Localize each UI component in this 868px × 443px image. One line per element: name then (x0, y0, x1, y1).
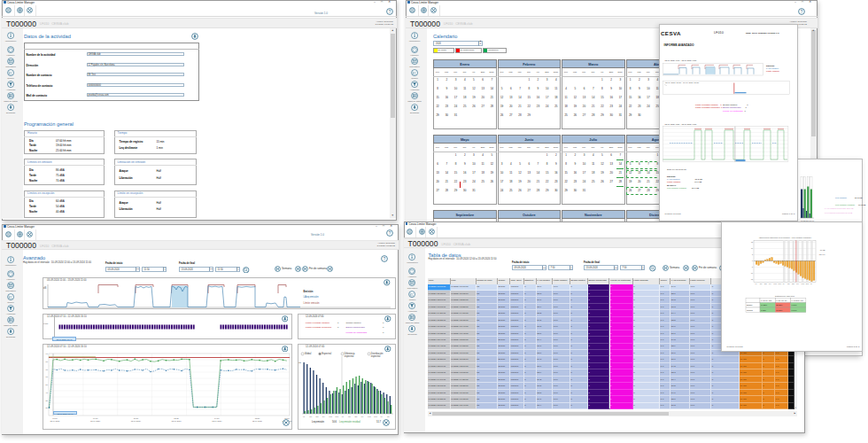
svg-text:2016: 2016 (806, 284, 810, 284)
svg-text:Leq emisión: Leq emisión (835, 197, 848, 199)
svg-text:0.00%: 0.00% (792, 309, 797, 311)
svg-text:30: 30 (45, 399, 48, 400)
svg-text:504: 504 (322, 415, 325, 416)
svg-text:126: 126 (387, 415, 390, 416)
svg-text:Espectral: Espectral (322, 352, 331, 355)
svg-text:0.05%: 0.05% (792, 304, 797, 306)
svg-text:Leq emisión residual: Leq emisión residual (835, 203, 855, 206)
svg-text:Leq residual ponderado 50.: Leq residual ponderado 50.3 dB (825, 211, 853, 213)
svg-text:(20 Hz): (20 Hz) (819, 253, 825, 255)
svg-text:5: 5 (752, 254, 753, 256)
svg-text:LAeq 63- 315: LAeq 63- 315 (761, 299, 772, 301)
svg-text:09:10: 09:10 (92, 417, 97, 419)
svg-text:63: 63 (303, 415, 305, 416)
svg-text:99.08%: 99.08% (776, 309, 782, 311)
svg-text:50: 50 (45, 384, 48, 385)
svg-text:07:10: 07:10 (52, 417, 58, 419)
svg-text:252: 252 (316, 415, 319, 416)
svg-text:504: 504 (796, 284, 799, 284)
svg-text:50.2 dB: 50.2 dB (855, 197, 863, 199)
svg-text:1008: 1008 (329, 415, 332, 416)
svg-text:Distribución espectral: Distribución espectral (775, 295, 794, 297)
svg-text:80: 80 (45, 360, 48, 361)
svg-text:dB: dB (298, 361, 301, 364)
svg-text:1008: 1008 (802, 284, 805, 284)
svg-text:126: 126 (348, 415, 351, 416)
svg-text:63 125 250 500 1K: 63 125 250 500 1K (801, 219, 815, 221)
svg-text:70.2 dB: 70.2 dB (858, 203, 866, 206)
svg-text:63: 63 (756, 284, 757, 284)
svg-text:25.38%: 25.38% (776, 304, 782, 306)
svg-text:70: 70 (45, 368, 48, 369)
svg-text:126: 126 (309, 415, 312, 416)
svg-text:252: 252 (354, 415, 357, 416)
svg-text:dB: dB (43, 286, 46, 290)
svg-text:63: 63 (342, 415, 344, 416)
svg-text:=10 dB: =10 dB (819, 249, 826, 251)
svg-text:10:50: 10:50 (133, 417, 138, 419)
svg-text:LAeq emisión: LAeq emisión (303, 295, 318, 299)
svg-text:Emisión: Emisión (303, 289, 313, 292)
svg-text:LAeq 400- 2K: LAeq 400- 2K (776, 299, 787, 301)
svg-text:504: 504 (769, 284, 771, 284)
svg-text:74.58%: 74.58% (761, 304, 767, 306)
svg-text:Página 3 de 3: Página 3 de 3 (847, 346, 860, 347)
svg-text:-10: -10 (750, 273, 753, 275)
svg-text:63: 63 (381, 415, 383, 416)
svg-text:60: 60 (45, 376, 48, 377)
svg-text:2016: 2016 (779, 284, 782, 284)
svg-text:2016: 2016 (336, 415, 339, 416)
svg-text:12-09-2024: 12-09-2024 (130, 420, 141, 422)
svg-text:126: 126 (787, 284, 790, 284)
svg-text:Emisión:: Emisión: (766, 65, 775, 66)
svg-text:Emisor: Emisor (747, 304, 753, 306)
svg-text:504: 504 (361, 415, 364, 416)
svg-text:12:30: 12:30 (174, 417, 179, 419)
svg-text:Música: Música (747, 309, 753, 311)
svg-text:40: 40 (45, 391, 48, 392)
svg-text:0: 0 (752, 260, 753, 262)
svg-text:90: 90 (45, 353, 48, 354)
svg-text:12-09-2024: 12-09-2024 (90, 420, 101, 422)
svg-text:espectral: espectral (345, 354, 354, 358)
svg-text:12-09-2024: 12-09-2024 (171, 420, 182, 422)
svg-text:63: 63 (810, 284, 812, 284)
svg-text:Leq emisión residual: Leq emisión residual (339, 420, 360, 424)
svg-text:1008: 1008 (368, 415, 371, 416)
svg-text:-15: -15 (750, 279, 753, 281)
svg-text:5/7/2024 11:15:31: 5/7/2024 11:15:31 (727, 346, 744, 347)
svg-text:126: 126 (760, 284, 763, 284)
svg-text:1008: 1008 (773, 284, 777, 284)
svg-text:15: 15 (751, 242, 753, 244)
svg-text:14:10: 14:10 (214, 417, 220, 419)
svg-text:252: 252 (764, 284, 767, 284)
svg-text:LAeq emisión: LAeq emisión (766, 67, 779, 69)
svg-text:50.6: 50.6 (332, 420, 337, 424)
svg-text:10: 10 (751, 248, 753, 250)
svg-text:espectral: espectral (371, 354, 381, 358)
svg-text:51.7: 51.7 (376, 420, 382, 424)
svg-text:20: 20 (45, 407, 48, 408)
svg-text:63: 63 (783, 284, 785, 284)
svg-text:15:50: 15:50 (254, 417, 260, 419)
svg-text:05-09-2024 11:50 - 10-09-202: 05-09-2024 11:50 - 10-09-2024 11:50 (665, 82, 700, 83)
svg-text:Leq emisión: Leq emisión (312, 420, 325, 424)
svg-text:2016: 2016 (374, 415, 377, 416)
svg-text:-5: -5 (751, 267, 753, 268)
svg-text:252: 252 (792, 284, 794, 284)
svg-text:Global: Global (305, 352, 312, 355)
svg-text:Límite emisión: Límite emisión (766, 70, 780, 72)
svg-text:LAeq 2K5- 16K: LAeq 2K5- 16K (792, 299, 804, 301)
svg-text:12-09-2024: 12-09-2024 (50, 420, 60, 422)
svg-text:12-09-2024: 12-09-2024 (212, 420, 222, 422)
svg-text:12-09-2024: 12-09-2024 (252, 420, 262, 422)
svg-text:LAeq emisión ponderado 52.1: LAeq emisión ponderado 52.1 dB (825, 207, 854, 209)
svg-text:0.92%: 0.92% (761, 309, 766, 311)
svg-text:Límite emisión: Límite emisión (303, 300, 319, 304)
